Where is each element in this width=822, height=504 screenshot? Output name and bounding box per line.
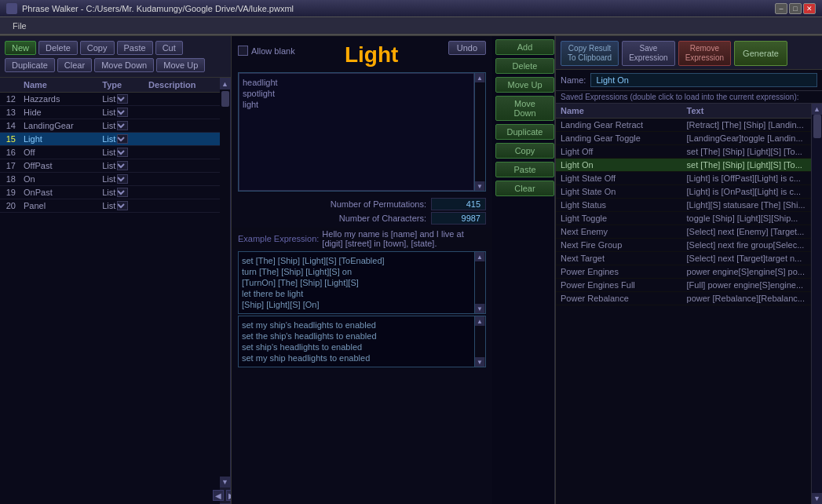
scroll-down-arrow[interactable]: ▼ [220, 477, 231, 488]
expr-scroll-down[interactable]: ▼ [475, 181, 484, 191]
type-dropdown[interactable]: ▼ [117, 108, 128, 117]
bottom-text-1[interactable]: set [The] [Ship] [Light][S] [ToEnabled]t… [239, 252, 474, 313]
list-item[interactable]: 19 OnPast List ▼ [0, 186, 220, 199]
saved-text: power engine[S]engine[S] po... [682, 265, 811, 279]
type-dropdown[interactable]: ▼ [117, 161, 128, 170]
saved-expression-row[interactable]: Next Target [Select] next [Target]target… [556, 252, 811, 265]
double-arrow-left[interactable]: ◀ [213, 490, 224, 501]
expr-scroll-up[interactable]: ▲ [475, 73, 484, 82]
list-item[interactable]: 20 Panel List ▼ [0, 199, 220, 213]
duplicate-button[interactable]: Duplicate [5, 58, 55, 72]
copy-expr-button[interactable]: Copy [495, 143, 554, 159]
type-dropdown[interactable]: ▼ [117, 121, 128, 130]
list-item[interactable]: 15 Light List ▼ [0, 133, 220, 146]
saved-expression-row[interactable]: Power Engines Full [Full] power engine[S… [556, 279, 811, 292]
left-panel: New Delete Copy Paste Cut Duplicate Clea… [0, 36, 232, 504]
clear-button[interactable]: Clear [57, 58, 92, 72]
saved-scroll-up[interactable]: ▲ [812, 104, 822, 115]
type-dropdown[interactable]: ▼ [117, 174, 128, 184]
text2-scroll-down[interactable]: ▼ [475, 357, 484, 367]
add-button[interactable]: Add [495, 39, 554, 55]
list-item[interactable]: 17 OffPast List ▼ [0, 159, 220, 173]
list-item[interactable]: 13 Hide List ▼ [0, 106, 220, 119]
expression-item[interactable]: headlight [243, 77, 470, 88]
saved-expression-row[interactable]: Light State On [Light] is [OnPast][Light… [556, 185, 811, 199]
save-expression-button[interactable]: SaveExpression [622, 41, 674, 66]
saved-expression-row[interactable]: Light Off set [The] [Ship] [Light][S] [T… [556, 145, 811, 159]
expression-list[interactable]: headlightspotlightlight [239, 73, 474, 191]
cut-button[interactable]: Cut [155, 41, 183, 55]
move-up-button[interactable]: Move Up [156, 58, 205, 72]
bottom-text-2[interactable]: set my ship's headlights to enabledset t… [239, 316, 474, 367]
close-button[interactable]: ✕ [803, 3, 816, 14]
saved-expression-row[interactable]: Next Fire Group [Select] next fire group… [556, 239, 811, 252]
text1-scroll-up[interactable]: ▲ [475, 252, 484, 261]
clear-expr-button[interactable]: Clear [495, 181, 554, 196]
saved-expression-row[interactable]: Light State Off [Light] is [OffPast][Lig… [556, 172, 811, 185]
saved-expression-row[interactable]: Power Engines power engine[S]engine[S] p… [556, 265, 811, 279]
type-dropdown[interactable]: ▼ [117, 148, 128, 157]
allow-blank-checkbox[interactable] [238, 46, 248, 56]
copy-result-button[interactable]: Copy ResultTo Clipboard [561, 41, 619, 66]
paste-button[interactable]: Paste [117, 41, 153, 55]
saved-table-scroll[interactable]: Name Text Landing Gear Retract [Retract]… [556, 104, 811, 504]
saved-expression-row[interactable]: Light Toggle toggle [Ship] [Light][S][Sh… [556, 212, 811, 225]
saved-expression-row[interactable]: Power Rebalance power [Rebalance][Rebala… [556, 292, 811, 305]
expression-item[interactable]: light [243, 99, 470, 110]
type-dropdown[interactable]: ▼ [117, 134, 128, 144]
copy-button[interactable]: Copy [80, 41, 115, 55]
main-content: New Delete Copy Paste Cut Duplicate Clea… [0, 36, 822, 504]
minimize-button[interactable]: – [775, 3, 787, 14]
undo-button[interactable]: Undo [448, 41, 486, 55]
list-table: Name Type Description 12 Hazzards List ▼… [0, 78, 220, 213]
list-item[interactable]: 16 Off List ▼ [0, 146, 220, 159]
scroll-up-arrow[interactable]: ▲ [220, 79, 231, 89]
row-num: 12 [0, 93, 20, 106]
list-item[interactable]: 14 LandingGear List ▼ [0, 119, 220, 133]
allow-blank-area: Allow blank [238, 46, 295, 56]
list-area[interactable]: Name Type Description 12 Hazzards List ▼… [0, 78, 220, 504]
delete-button[interactable]: Delete [38, 41, 78, 55]
move-down-button[interactable]: Move Down [94, 58, 154, 72]
name-input[interactable] [590, 73, 817, 87]
list-scrollbar[interactable]: ▲ ▼ ◀ ▶ [220, 78, 231, 504]
row-num: 19 [0, 186, 20, 199]
type-dropdown[interactable]: ▼ [117, 188, 128, 197]
type-dropdown[interactable]: ▼ [117, 94, 128, 104]
duplicate-expr-button[interactable]: Duplicate [495, 124, 554, 140]
list-item[interactable]: 18 On List ▼ [0, 173, 220, 186]
saved-expression-row[interactable]: Light Status [Light][S] statusare [The] … [556, 199, 811, 212]
type-dropdown[interactable]: ▼ [117, 201, 128, 210]
expression-list-wrapper: headlightspotlightlight ▲ ▼ [238, 72, 486, 192]
row-name: Hide [20, 106, 98, 119]
menu-file[interactable]: File [6, 20, 33, 32]
delete-expr-button[interactable]: Delete [495, 58, 554, 74]
move-down-expr-button[interactable]: Move Down [495, 96, 554, 121]
text1-scroll-track [475, 261, 485, 304]
right-panel: Copy ResultTo Clipboard SaveExpression R… [555, 36, 822, 504]
list-item[interactable]: 12 Hazzards List ▼ [0, 93, 220, 106]
permutations-label: Number of Permutations: [331, 199, 426, 209]
remove-expression-button[interactable]: RemoveExpression [678, 41, 731, 66]
saved-expression-row[interactable]: Landing Gear Retract [Retract] [The] [Sh… [556, 119, 811, 132]
move-up-expr-button[interactable]: Move Up [495, 77, 554, 93]
double-arrow-right[interactable]: ▶ [226, 490, 231, 501]
saved-scroll-down[interactable]: ▼ [812, 493, 822, 504]
new-button[interactable]: New [5, 41, 36, 55]
maximize-button[interactable]: □ [789, 3, 802, 14]
characters-row: Number of Characters: 9987 [238, 212, 486, 225]
text-line: [Ship] [Light][S] [On] [242, 299, 471, 310]
expression-item[interactable]: spotlight [243, 88, 470, 99]
row-type: List ▼ [98, 186, 144, 199]
text1-scroll-down[interactable]: ▼ [475, 304, 484, 313]
text2-scroll-up[interactable]: ▲ [475, 316, 484, 326]
generate-button[interactable]: Generate [734, 41, 787, 66]
saved-name: Power Engines Full [556, 279, 682, 292]
text2-scroll-track [475, 326, 485, 357]
paste-expr-button[interactable]: Paste [495, 162, 554, 177]
title-bar: Phrase Walker - C:/Users/Mr. Kudamungy/G… [0, 0, 822, 17]
saved-expression-row[interactable]: Light On set [The] [Ship] [Light][S] [To… [556, 159, 811, 172]
saved-name: Power Engines [556, 265, 682, 279]
saved-expression-row[interactable]: Landing Gear Toggle [LandingGear]toggle … [556, 132, 811, 145]
saved-expression-row[interactable]: Next Enemy [Select] next [Enemy] [Target… [556, 225, 811, 239]
